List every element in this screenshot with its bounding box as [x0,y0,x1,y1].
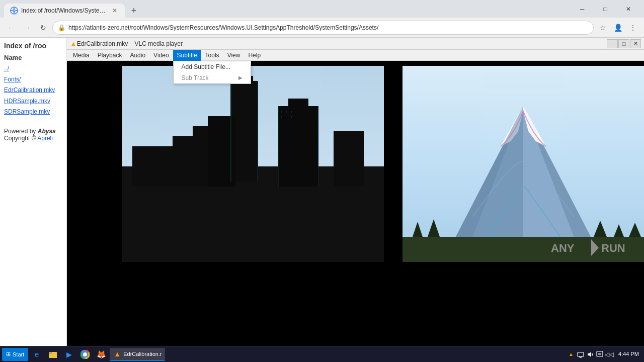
vlc-close-button[interactable]: ✕ [630,39,641,48]
list-item: ../ [4,63,62,74]
start-button[interactable]: ⊞ Start [2,348,28,361]
taskbar-explorer[interactable] [45,348,60,361]
vlc-video-area[interactable]: ANY RUN [67,61,644,346]
tray-icons: ▲ ◁◁ [567,350,613,358]
address-bar[interactable]: 🔒 https://atlantis-zero.net/root/Windows… [52,21,594,35]
svg-point-40 [83,352,87,356]
taskbar-vlc-active[interactable]: ▲ EdrCalibration.r [110,348,165,361]
tray-media-icon[interactable]: ◁◁ [605,350,613,358]
mediaplayer-icon: ▶ [64,350,73,359]
file-link[interactable]: ../ [4,63,62,74]
taskbar-vlc-icon: ▲ [113,349,122,358]
firefox-icon: 🦊 [97,350,106,359]
back-button[interactable]: ← [4,21,18,35]
list-item: HDRSample.mkv [4,96,62,107]
vlc-minimize-button[interactable]: ─ [607,39,618,48]
minimize-button[interactable]: ─ [571,2,594,16]
tray-notification-icon[interactable]: ▲ [567,350,575,358]
vlc-title: EdrCalibration.mkv – VLC media player [77,40,607,47]
menu-subtitle[interactable]: Subtitle [173,50,201,61]
taskbar-chrome[interactable] [77,348,93,361]
start-label: Start [13,351,24,357]
tab-title: Index of /root/Windows/SystemRes... [21,7,108,14]
browser-page: Index of /roo Name ../ Fonts/ EdrCalibra… [0,38,67,346]
subtitle-dropdown: Add Subtitle File... Sub Track ▶ [173,61,251,84]
tray-network-icon[interactable] [577,350,585,358]
explorer-icon [48,350,57,359]
lock-icon: 🔒 [58,24,65,31]
window-controls: ─ □ ✕ [571,2,640,16]
add-subtitle-file-item[interactable]: Add Subtitle File... [174,61,251,72]
powered-by: Powered by Abyss [4,128,62,135]
sub-track-item[interactable]: Sub Track ▶ [174,72,251,83]
toolbar-actions: ☆ 👤 ⋮ [596,21,640,35]
menu-help[interactable]: Help [244,50,265,61]
active-tab[interactable]: Index of /root/Windows/SystemRes... ✕ [4,4,125,18]
tab-close-button[interactable]: ✕ [111,7,119,15]
menu-video[interactable]: Video [149,50,173,61]
svg-rect-7 [288,99,308,111]
taskbar-mediaplayer[interactable]: ▶ [61,348,76,361]
file-link[interactable]: HDRSample.mkv [4,96,62,107]
svg-rect-14 [286,111,287,113]
taskbar: ⊞ Start e ▶ 🦊 ▲ [0,346,644,362]
sub-track-label: Sub Track [182,74,209,81]
svg-rect-18 [230,81,231,182]
tab-favicon [10,7,18,15]
chrome-titlebar: Index of /root/Windows/SystemRes... ✕ + … [0,0,644,18]
ie-icon: e [32,350,41,359]
svg-rect-12 [132,146,173,187]
menu-playback[interactable]: Playback [94,50,126,61]
vlc-window: ▲ EdrCalibration.mkv – VLC media player … [67,38,644,346]
vlc-icon: ▲ [70,40,77,48]
close-button[interactable]: ✕ [617,2,640,16]
chrome-toolbar: ← → ↻ 🔒 https://atlantis-zero.net/root/W… [0,18,644,38]
bookmark-button[interactable]: ☆ [596,21,610,35]
maximize-button[interactable]: □ [594,2,617,16]
menu-media[interactable]: Media [69,50,94,61]
vlc-window-controls: ─ □ ✕ [607,39,641,48]
svg-rect-21 [318,106,319,187]
svg-rect-6 [278,106,318,187]
svg-point-0 [11,7,18,14]
video-left-padding [67,61,122,346]
tray-action-center-icon[interactable] [596,350,604,358]
svg-marker-42 [588,352,591,357]
video-left [122,66,384,262]
list-item: SDRSample.mkv [4,107,62,118]
copyright-link[interactable]: Apreli [37,135,53,142]
tray-speaker-icon[interactable] [586,350,594,358]
clock: 4:44 PM [615,350,642,358]
svg-rect-17 [291,116,292,118]
taskbar-firefox[interactable]: 🦊 [94,348,109,361]
list-item: Fonts/ [4,74,62,85]
file-list-header: Name [4,54,62,61]
main-content: Index of /roo Name ../ Fonts/ EdrCalibra… [0,38,644,346]
svg-rect-20 [278,106,279,187]
file-link[interactable]: SDRSample.mkv [4,107,62,118]
subtitle-menu-container: Subtitle Add Subtitle File... Sub Track … [173,50,201,61]
taskbar-ie[interactable]: e [29,348,44,361]
file-list: ../ Fonts/ EdrCalibration.mkv HDRSample.… [4,63,62,118]
menu-tools[interactable]: Tools [201,50,223,61]
copyright-line: Copyright © Apreli [4,135,62,142]
menu-view[interactable]: View [223,50,245,61]
vlc-titlebar: ▲ EdrCalibration.mkv – VLC media player … [67,38,644,50]
refresh-button[interactable]: ↻ [36,21,50,35]
sub-track-arrow: ▶ [238,75,243,80]
menu-button[interactable]: ⋮ [626,21,640,35]
vlc-maximize-button[interactable]: □ [618,39,629,48]
taskbar-active-label: EdrCalibration.r [123,351,162,357]
account-button[interactable]: 👤 [611,21,625,35]
list-item: EdrCalibration.mkv [4,85,62,96]
time: 4:44 PM [618,350,639,358]
svg-rect-16 [281,116,282,118]
svg-rect-43 [597,351,603,356]
file-link[interactable]: EdrCalibration.mkv [4,85,62,96]
menu-audio[interactable]: Audio [126,50,149,61]
new-tab-button[interactable]: + [127,4,141,18]
start-icon: ⊞ [6,351,11,357]
page-footer: Powered by Abyss Copyright © Apreli [4,128,62,142]
file-link[interactable]: Fonts/ [4,74,62,85]
forward-button[interactable]: → [20,21,34,35]
